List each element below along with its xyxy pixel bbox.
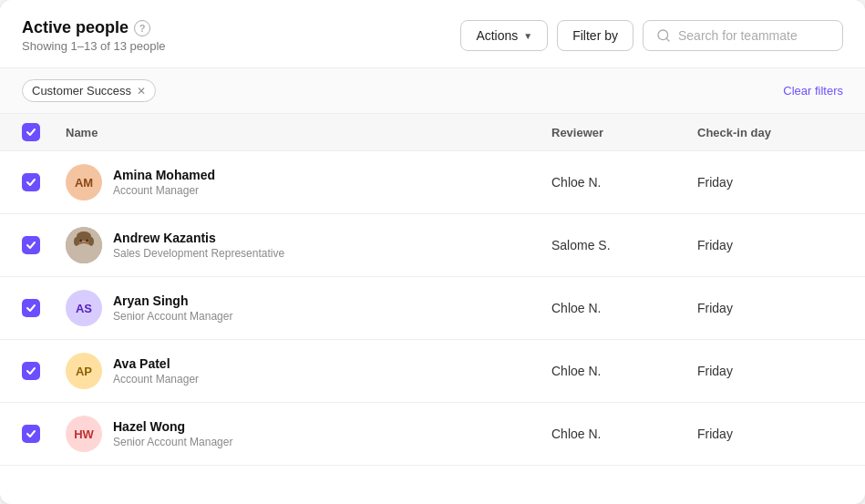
person-name: Hazel Wong bbox=[113, 419, 232, 434]
svg-point-8 bbox=[88, 237, 94, 246]
person-cell-0: AM Amina Mohamed Account Manager bbox=[66, 164, 551, 201]
table-row: AM Amina Mohamed Account Manager Chloe N… bbox=[0, 151, 865, 214]
page-title: Active people bbox=[22, 18, 129, 37]
person-title: Senior Account Manager bbox=[113, 310, 232, 323]
table-row: HW Hazel Wong Senior Account Manager Chl… bbox=[0, 403, 865, 466]
reviewer-cell: Chloe N. bbox=[551, 364, 697, 378]
table-row: AP Ava Patel Account Manager Chloe N. Fr… bbox=[0, 340, 865, 403]
row-checkbox-4[interactable] bbox=[22, 425, 66, 443]
clear-filters-button[interactable]: Clear filters bbox=[783, 84, 843, 98]
person-cell-3: AP Ava Patel Account Manager bbox=[66, 353, 551, 389]
row-checkbox-2[interactable] bbox=[22, 299, 66, 317]
col-header-checkin: Check-in day bbox=[697, 126, 843, 139]
person-name: Andrew Kazantis bbox=[113, 231, 284, 245]
reviewer-cell: Chloe N. bbox=[551, 175, 697, 190]
checkin-cell: Friday bbox=[697, 364, 843, 378]
reviewer-cell: Salome S. bbox=[551, 238, 697, 252]
actions-button[interactable]: Actions ▼ bbox=[460, 20, 548, 51]
customer-success-filter-tag[interactable]: Customer Success ✕ bbox=[22, 79, 156, 102]
avatar: AP bbox=[66, 353, 102, 389]
header-actions: Actions ▼ Filter by bbox=[460, 20, 843, 51]
avatar bbox=[66, 227, 102, 263]
checkin-cell: Friday bbox=[697, 427, 843, 441]
avatar: HW bbox=[66, 416, 102, 452]
person-info-0: Amina Mohamed Account Manager bbox=[113, 168, 215, 197]
search-icon bbox=[656, 28, 671, 43]
filter-tags: Customer Success ✕ bbox=[22, 79, 156, 102]
row-checkbox-3[interactable] bbox=[22, 362, 66, 380]
actions-dropdown-arrow: ▼ bbox=[523, 31, 532, 41]
row-checkbox-0[interactable] bbox=[22, 173, 66, 191]
reviewer-cell: Chloe N. bbox=[551, 301, 697, 315]
svg-point-12 bbox=[75, 246, 93, 257]
actions-label: Actions bbox=[476, 28, 518, 43]
header-subtitle: Showing 1–13 of 13 people bbox=[22, 39, 166, 53]
table-body: AM Amina Mohamed Account Manager Chloe N… bbox=[0, 151, 865, 466]
header: Active people ? Showing 1–13 of 13 peopl… bbox=[0, 0, 865, 68]
person-title: Senior Account Manager bbox=[113, 436, 232, 448]
col-header-reviewer: Reviewer bbox=[551, 126, 697, 139]
search-wrapper[interactable] bbox=[643, 20, 843, 51]
person-title: Account Manager bbox=[113, 373, 199, 386]
person-cell-1: Andrew Kazantis Sales Development Repres… bbox=[66, 227, 551, 263]
filter-tag-label: Customer Success bbox=[32, 84, 131, 98]
select-all-checkbox[interactable] bbox=[22, 123, 66, 141]
checkin-cell: Friday bbox=[697, 238, 843, 252]
person-title: Sales Development Representative bbox=[113, 247, 284, 260]
person-info-3: Ava Patel Account Manager bbox=[113, 356, 199, 386]
svg-point-9 bbox=[79, 240, 82, 242]
person-cell-4: HW Hazel Wong Senior Account Manager bbox=[66, 416, 551, 452]
filter-by-button[interactable]: Filter by bbox=[557, 20, 633, 51]
filter-label: Filter by bbox=[572, 28, 618, 43]
person-info-4: Hazel Wong Senior Account Manager bbox=[113, 419, 232, 448]
person-info-1: Andrew Kazantis Sales Development Repres… bbox=[113, 231, 284, 260]
search-input[interactable] bbox=[678, 28, 829, 43]
person-name: Amina Mohamed bbox=[113, 168, 215, 182]
svg-line-1 bbox=[666, 38, 669, 41]
svg-point-10 bbox=[86, 240, 88, 242]
person-title: Account Manager bbox=[113, 184, 215, 197]
person-info-2: Aryan Singh Senior Account Manager bbox=[113, 293, 232, 323]
table-header: Name Reviewer Check-in day bbox=[0, 114, 865, 151]
help-icon[interactable]: ? bbox=[134, 20, 150, 36]
checkin-cell: Friday bbox=[697, 301, 843, 315]
table-row: Andrew Kazantis Sales Development Repres… bbox=[0, 214, 865, 277]
svg-point-7 bbox=[74, 237, 79, 246]
col-header-name: Name bbox=[66, 126, 551, 139]
table-row: AS Aryan Singh Senior Account Manager Ch… bbox=[0, 277, 865, 340]
filter-bar: Customer Success ✕ Clear filters bbox=[0, 68, 865, 114]
filter-tag-close-icon[interactable]: ✕ bbox=[137, 85, 146, 98]
header-left: Active people ? Showing 1–13 of 13 peopl… bbox=[22, 18, 166, 53]
person-name: Ava Patel bbox=[113, 356, 199, 371]
row-checkbox-1[interactable] bbox=[22, 236, 66, 254]
person-cell-2: AS Aryan Singh Senior Account Manager bbox=[66, 290, 551, 326]
reviewer-cell: Chloe N. bbox=[551, 427, 697, 441]
person-name: Aryan Singh bbox=[113, 293, 232, 308]
header-title-row: Active people ? bbox=[22, 18, 166, 37]
main-card: Active people ? Showing 1–13 of 13 peopl… bbox=[0, 0, 865, 504]
checkin-cell: Friday bbox=[697, 175, 843, 190]
avatar: AM bbox=[66, 164, 102, 201]
avatar: AS bbox=[66, 290, 102, 326]
